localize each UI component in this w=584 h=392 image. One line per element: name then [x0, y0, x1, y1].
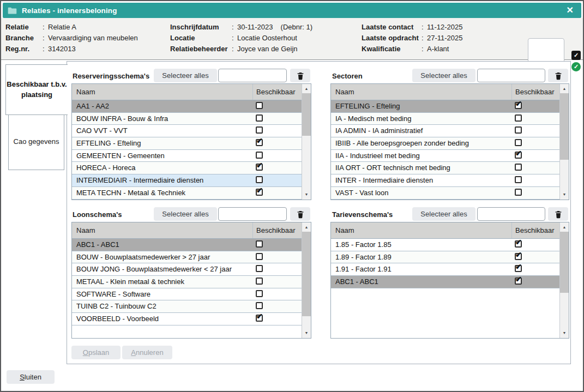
scroll-down-icon[interactable]	[560, 329, 569, 337]
available-checkbox[interactable]	[256, 114, 263, 122]
checked-status-icon[interactable]	[571, 51, 581, 60]
list-item[interactable]: GEMEENTEN - Gemeenten	[72, 150, 302, 162]
available-checkbox[interactable]	[256, 315, 263, 322]
available-checkbox[interactable]	[256, 164, 263, 171]
scrollbar[interactable]	[559, 84, 569, 200]
sectoren-delete-button[interactable]	[548, 69, 568, 82]
available-checkbox[interactable]	[515, 164, 522, 171]
list-item[interactable]: IIA ORT - ORT technisch met beding	[331, 162, 559, 174]
scroll-up-icon[interactable]	[302, 85, 311, 93]
available-checkbox[interactable]	[256, 265, 263, 272]
available-checkbox[interactable]	[515, 278, 522, 285]
list-item[interactable]: IBIIB - Alle beroepsgroepen zonder bedin…	[331, 137, 559, 150]
available-checkbox[interactable]	[515, 265, 522, 272]
scroll-up-icon[interactable]	[560, 223, 569, 232]
available-checkbox[interactable]	[515, 152, 522, 159]
loonschemas-select-all-button[interactable]: Selecteer alles	[154, 207, 217, 221]
available-checkbox[interactable]	[256, 278, 263, 285]
available-checkbox[interactable]	[256, 139, 263, 146]
scrollbar[interactable]	[559, 222, 569, 338]
list-item[interactable]: 1.91 - Factor 1.91	[331, 263, 559, 276]
reserveringsschemas-select-all-button[interactable]: Selecteer alles	[154, 69, 217, 82]
tarievenschemas-select-all-button[interactable]: Selecteer alles	[412, 207, 475, 221]
list-item[interactable]: 1.85 - Factor 1.85	[331, 239, 559, 251]
reserveringsschemas-delete-button[interactable]	[290, 69, 310, 82]
relaties-window: Relaties - inlenersbeloning ✕ Relatie:Re…	[0, 0, 584, 392]
available-checkbox[interactable]	[256, 102, 263, 109]
list-item[interactable]: CAO VVT - VVT	[72, 125, 302, 137]
scroll-up-icon[interactable]	[560, 85, 569, 93]
available-checkbox[interactable]	[515, 253, 522, 260]
scroll-down-icon[interactable]	[302, 329, 311, 337]
available-checkbox[interactable]	[256, 253, 263, 260]
item-name: EFTELING - Efteling	[335, 102, 400, 110]
list-item[interactable]: META TECHN - Metaal & Techniek	[72, 187, 302, 200]
scroll-down-icon[interactable]	[560, 190, 569, 199]
list-item[interactable]: BOUW INFRA - Bouw & Infra	[72, 113, 302, 125]
scrollbar[interactable]	[302, 222, 311, 338]
available-checkbox[interactable]	[515, 126, 522, 134]
sectoren-select-all-button[interactable]: Selecteer alles	[412, 69, 475, 82]
sectoren-list: Naam Beschikbaar EFTELING - Efteling IA …	[330, 83, 569, 200]
available-checkbox[interactable]	[515, 102, 522, 109]
list-item[interactable]: HORECA - Horeca	[72, 162, 302, 174]
title-bar: Relaties - inlenersbeloning ✕	[3, 3, 581, 18]
list-item[interactable]: EFTELING - Efteling	[331, 100, 559, 113]
save-button[interactable]: Opslaan	[71, 346, 121, 359]
trash-icon	[554, 71, 563, 80]
tarievenschemas-filter-input[interactable]	[477, 207, 545, 221]
scroll-up-icon[interactable]	[302, 223, 311, 232]
list-item[interactable]: IA ADMIN - IA administratief	[331, 125, 559, 137]
column-beschikbaar: Beschikbaar	[256, 222, 296, 238]
list-item[interactable]: BOUW JONG - Bouwplaatsmedewerker < 27 ja…	[72, 263, 302, 276]
tab-cao-gegevens[interactable]: Cao gegevens	[8, 114, 64, 170]
loonschemas-filter-input[interactable]	[218, 207, 287, 221]
list-item[interactable]: TUINB C2 - Tuinbouw C2	[72, 300, 302, 313]
loonschemas-delete-button[interactable]	[290, 207, 310, 221]
available-checkbox[interactable]	[256, 189, 263, 196]
available-checkbox[interactable]	[256, 302, 263, 309]
beschikbaar-panel: Reserveringsschema's Selecteer alles Naa…	[67, 61, 571, 364]
reserveringsschemas-filter-input[interactable]	[218, 69, 287, 82]
sluiten-button[interactable]: Sluiten	[7, 370, 55, 384]
list-item[interactable]: SOFTWARE - Software	[72, 288, 302, 301]
scrollbar-thumb[interactable]	[302, 93, 311, 136]
available-checkbox[interactable]	[256, 176, 263, 183]
scrollbar-thumb[interactable]	[302, 232, 311, 316]
available-checkbox[interactable]	[256, 126, 263, 134]
list-item[interactable]: BOUW - Bouwplaatsmedewerker > 27 jaar	[72, 251, 302, 264]
list-item[interactable]: VAST - Vast loon	[331, 187, 559, 200]
list-item[interactable]: VOORBEELD - Voorbeeld	[72, 313, 302, 325]
list-item[interactable]: 1.89 - Factor 1.89	[331, 251, 559, 264]
available-checkbox[interactable]	[515, 240, 522, 248]
approved-status-icon[interactable]	[571, 62, 581, 71]
list-item[interactable]: EFTELING - Efteling	[72, 137, 302, 150]
available-checkbox[interactable]	[515, 139, 522, 146]
item-name: AA1 - AA2	[76, 102, 109, 110]
sectoren-filter-input[interactable]	[477, 69, 545, 82]
list-item[interactable]: IA - Medisch met beding	[331, 113, 559, 125]
list-item[interactable]: IIA - Industrieel met beding	[331, 150, 559, 162]
list-item[interactable]: INTER - Intermediaire diensten	[331, 174, 559, 187]
scroll-down-icon[interactable]	[302, 190, 311, 199]
cancel-button[interactable]: Annuleren	[122, 346, 172, 359]
list-item[interactable]: INTERMEDIAIR - Intermediaire diensten	[72, 174, 302, 187]
item-name: IBIIB - Alle beroepsgroepen zonder bedin…	[335, 139, 469, 147]
list-item[interactable]: ABC1 - ABC1	[331, 276, 559, 288]
available-checkbox[interactable]	[515, 114, 522, 122]
available-checkbox[interactable]	[256, 290, 263, 297]
available-checkbox[interactable]	[256, 152, 263, 159]
list-item[interactable]: ABC1 - ABC1	[72, 239, 302, 251]
available-checkbox[interactable]	[515, 189, 522, 196]
tarievenschemas-delete-button[interactable]	[548, 207, 568, 221]
scrollbar-thumb[interactable]	[560, 93, 569, 160]
list-item[interactable]: AA1 - AA2	[72, 100, 302, 113]
trash-icon	[296, 210, 305, 219]
available-checkbox[interactable]	[256, 240, 263, 248]
close-icon[interactable]: ✕	[567, 6, 574, 15]
list-item[interactable]: METAAL - Klein metaal & techniek	[72, 276, 302, 288]
scrollbar[interactable]	[302, 84, 311, 200]
tab-beschikbaar-tbv-plaatsing[interactable]: Beschikbaar t.b.v. plaatsing	[5, 64, 68, 115]
available-checkbox[interactable]	[515, 176, 522, 183]
scrollbar-thumb[interactable]	[560, 232, 569, 293]
